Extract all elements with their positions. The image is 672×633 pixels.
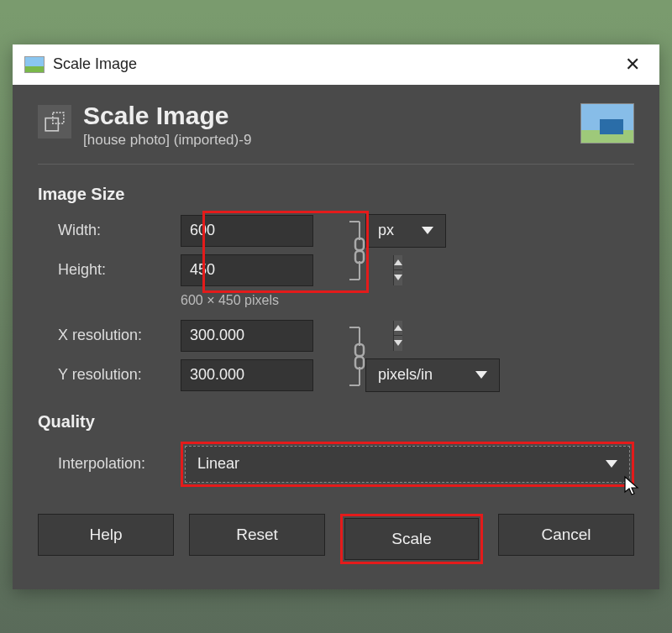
yres-label: Y resolution:	[38, 366, 181, 384]
close-button[interactable]: ✕	[617, 50, 648, 80]
link-chain-icon[interactable]	[344, 215, 378, 286]
help-button[interactable]: Help	[38, 514, 174, 556]
size-hint: 600 × 450 pixels	[181, 293, 634, 308]
xres-increment[interactable]	[393, 321, 402, 337]
unit-value: px	[378, 222, 410, 239]
scale-icon	[38, 105, 71, 139]
quality-heading: Quality	[38, 412, 634, 432]
svg-rect-4	[355, 344, 364, 356]
dialog-body: Scale Image [house photo] (imported)-9 I…	[13, 85, 659, 589]
app-icon	[24, 56, 45, 73]
highlight-box-interp: Linear	[181, 442, 634, 487]
dialog-title: Scale Image	[83, 102, 569, 130]
reset-button[interactable]: Reset	[189, 514, 325, 556]
image-thumbnail	[580, 103, 634, 144]
height-input[interactable]	[181, 254, 313, 286]
chevron-down-icon	[475, 371, 487, 379]
height-increment[interactable]	[393, 255, 402, 271]
svg-rect-2	[355, 238, 364, 250]
width-input[interactable]	[181, 215, 313, 247]
interp-value: Linear	[197, 455, 594, 473]
xres-decrement[interactable]	[393, 336, 402, 351]
yres-input[interactable]	[181, 359, 313, 391]
chevron-down-icon	[606, 460, 617, 468]
svg-rect-5	[355, 357, 364, 369]
xres-label: X resolution:	[38, 327, 181, 344]
highlight-box-scale: Scale	[340, 514, 483, 564]
dialog-window: Scale Image ✕ Scale Image [house photo] …	[13, 44, 659, 589]
dialog-subtitle: [house photo] (imported)-9	[83, 132, 569, 149]
cursor-icon	[623, 475, 640, 497]
window-title: Scale Image	[53, 55, 617, 73]
image-size-heading: Image Size	[38, 185, 634, 204]
titlebar: Scale Image ✕	[13, 44, 659, 85]
res-unit-value: pixels/in	[378, 366, 464, 384]
cancel-button[interactable]: Cancel	[498, 514, 634, 556]
width-label: Width:	[38, 222, 181, 239]
svg-rect-3	[355, 251, 364, 263]
link-chain-icon-res[interactable]	[344, 321, 378, 392]
dialog-header: Scale Image [house photo] (imported)-9	[38, 85, 634, 165]
height-label: Height:	[38, 261, 181, 279]
xres-input[interactable]	[181, 320, 313, 352]
res-unit-dropdown[interactable]: pixels/in	[365, 358, 500, 392]
height-decrement[interactable]	[393, 270, 402, 285]
chevron-down-icon	[422, 227, 433, 234]
scale-button[interactable]: Scale	[344, 518, 479, 560]
interpolation-dropdown[interactable]: Linear	[185, 446, 630, 483]
interp-label: Interpolation:	[38, 455, 181, 473]
svg-rect-0	[45, 118, 58, 130]
